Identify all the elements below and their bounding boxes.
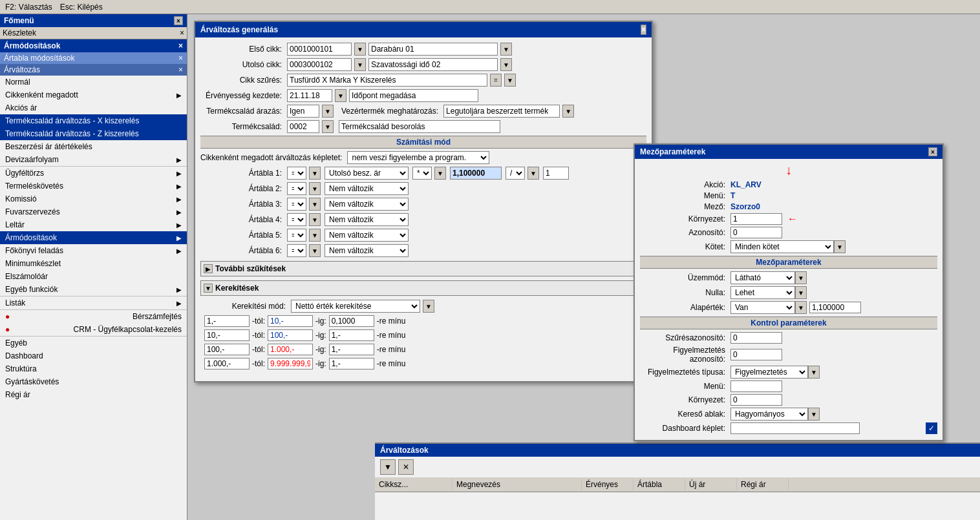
elso-cikk-name-dropdown[interactable]: ▼ xyxy=(500,43,512,56)
artabla4-value[interactable]: Nem változik xyxy=(325,213,409,226)
alapertek-input[interactable] xyxy=(809,302,861,313)
uzemmod-select[interactable]: Látható xyxy=(730,271,795,284)
menu-crm[interactable]: ● CRM - Ügyfélkapcsolat-kezelés xyxy=(0,323,187,336)
artabla6-op[interactable]: = xyxy=(287,244,306,257)
utolso-cikk-name-input[interactable] xyxy=(368,58,498,71)
vezertermek-dropdown[interactable]: ▼ xyxy=(562,105,574,118)
dashboard-input[interactable] xyxy=(730,422,860,434)
keresoablak-dropdown[interactable]: ▼ xyxy=(808,408,820,421)
menu-dashboard[interactable]: Dashboard xyxy=(0,349,187,362)
menu-egyeb-funk[interactable]: Egyéb funkciók ▶ xyxy=(0,283,187,296)
armodositasok-close-button[interactable]: × xyxy=(178,41,183,50)
kornyezet-param-input[interactable] xyxy=(730,213,782,225)
utolso-cikk-name-dropdown[interactable]: ▼ xyxy=(500,58,512,71)
termekcsalad-arazas-input[interactable] xyxy=(287,105,319,118)
termekcsalad-name-input[interactable] xyxy=(339,120,500,133)
shortcut-f2[interactable]: F2: Választás xyxy=(5,3,52,12)
azonosito-input[interactable] xyxy=(730,227,782,238)
toolbar-filter-btn[interactable]: ▼ xyxy=(380,459,396,475)
artabla1-mult-op[interactable]: * xyxy=(412,167,432,180)
artabla1-number[interactable] xyxy=(450,167,502,180)
artabla3-op[interactable]: = xyxy=(287,198,306,211)
artabla1-op[interactable]: = xyxy=(287,167,306,180)
artabla4-dropdown[interactable]: ▼ xyxy=(309,213,321,226)
ker-to-1[interactable] xyxy=(268,315,313,327)
menu-fokonyv[interactable]: Főkönyvi feladás ▶ xyxy=(0,244,187,257)
artabla2-value[interactable]: Nem változik xyxy=(325,182,409,195)
figyelmezetes-az-input[interactable] xyxy=(730,349,782,360)
shortcut-esc[interactable]: Esc: Kilépés xyxy=(60,3,103,12)
dashboard-confirm-btn[interactable]: ✓ xyxy=(926,422,937,434)
nulla-dropdown[interactable]: ▼ xyxy=(795,286,807,299)
ker-from-2[interactable] xyxy=(204,329,250,341)
menu-cikkkent[interactable]: Cikkenként megadott ▶ xyxy=(0,88,187,101)
uzemmod-dropdown[interactable]: ▼ xyxy=(795,271,807,284)
artabla1-mult-dropdown[interactable]: ▼ xyxy=(434,167,446,180)
menu-termekcsalad-x[interactable]: Termékcsalád árváltozás - X kiszerelés xyxy=(0,114,187,127)
menu-ugyfeltozs[interactable]: Ügyféltörzs ▶ xyxy=(0,167,187,180)
elso-cikk-input[interactable] xyxy=(287,43,352,56)
artabla6-dropdown[interactable]: ▼ xyxy=(309,244,321,257)
cikk-szures-dropdown[interactable]: = xyxy=(490,74,502,87)
artabla4-op[interactable]: = xyxy=(287,213,306,226)
elso-cikk-dropdown[interactable]: ▼ xyxy=(354,43,366,56)
artabla3-value[interactable]: Nem változik xyxy=(325,198,409,211)
kerekitesi-mod-dropdown[interactable]: ▼ xyxy=(423,300,434,313)
kerekitesek-section-header[interactable]: ▼ Kerekítések xyxy=(200,280,646,296)
menu-akcios[interactable]: Akciós ár xyxy=(0,101,187,114)
artabla5-value[interactable]: Nem változik xyxy=(325,229,409,242)
kotet-dropdown[interactable]: ▼ xyxy=(834,240,846,253)
kontrol-kornyezet-input[interactable] xyxy=(730,394,782,406)
menu-termeles[interactable]: Termeléskövetés ▶ xyxy=(0,180,187,192)
ker-from-4[interactable] xyxy=(204,358,250,369)
ker-val-2[interactable] xyxy=(329,329,374,341)
keszletek-close-button[interactable]: × xyxy=(180,28,184,37)
kotet-select[interactable]: Minden kötet xyxy=(730,240,834,253)
vezertermek-input[interactable] xyxy=(443,105,560,118)
arvaltozas-dialog-close[interactable]: × xyxy=(641,25,646,35)
menu-komisio[interactable]: Komissió ▶ xyxy=(0,192,187,205)
menu-leltar[interactable]: Leltár ▶ xyxy=(0,218,187,231)
cikk-szures-input[interactable] xyxy=(287,74,487,87)
figyelmezetes-tip-dropdown[interactable]: ▼ xyxy=(808,366,820,379)
menu-struktura[interactable]: Struktúra xyxy=(0,362,187,375)
menu-termekcsalad-z[interactable]: Termékcsalád árváltozás - Z kiszerelés xyxy=(0,127,187,140)
tovabbi-collapse-btn[interactable]: ▶ xyxy=(204,264,213,273)
artabla-close-button[interactable]: × xyxy=(178,54,183,63)
menu-minimum[interactable]: Minimumkészlet xyxy=(0,257,187,270)
keplet-select[interactable]: nem veszi figyelembe a program. xyxy=(347,151,489,164)
menu-berszam[interactable]: ● Bérszámfejtés xyxy=(0,310,187,323)
ker-val-4[interactable] xyxy=(329,358,374,369)
alapertek-dropdown[interactable]: ▼ xyxy=(795,301,807,314)
menu-gyartas[interactable]: Gyártáskövetés xyxy=(0,375,187,388)
artabla1-div-num[interactable] xyxy=(543,167,569,180)
menu-regi-ar[interactable]: Régi ár xyxy=(0,388,187,401)
ker-to-2[interactable] xyxy=(268,329,313,341)
elso-cikk-name-input[interactable] xyxy=(368,43,498,56)
ker-to-4[interactable] xyxy=(268,358,313,369)
artabla2-op[interactable]: = xyxy=(287,182,306,195)
artabla5-dropdown[interactable]: ▼ xyxy=(309,229,321,242)
termekcsalad-input[interactable] xyxy=(287,120,319,133)
menu-armodositasok[interactable]: Ármódosítások ▶ xyxy=(0,231,187,244)
menu-deviza[interactable]: Devizaárfolyam ▶ xyxy=(0,153,187,166)
ker-from-1[interactable] xyxy=(204,315,250,327)
artabla1-div-dropdown[interactable]: ▼ xyxy=(527,167,539,180)
fomenu-close-button[interactable]: × xyxy=(174,16,183,25)
mezoparameters-close-btn[interactable]: × xyxy=(928,147,937,156)
utolso-cikk-dropdown[interactable]: ▼ xyxy=(354,58,366,71)
alapertek-select[interactable]: Van xyxy=(730,301,795,314)
artabla2-dropdown[interactable]: ▼ xyxy=(309,182,321,195)
arvaltozas-close-button[interactable]: × xyxy=(178,65,183,74)
nulla-select[interactable]: Lehet xyxy=(730,286,795,299)
szures-input[interactable] xyxy=(730,332,782,344)
ker-from-3[interactable] xyxy=(204,344,250,355)
artabla3-dropdown[interactable]: ▼ xyxy=(309,198,321,211)
menu-listak[interactable]: Listák ▶ xyxy=(0,296,187,309)
toolbar-clear-btn[interactable]: ✕ xyxy=(398,459,414,475)
tovabbi-szukitesek-section[interactable]: ▶ További szűkítések xyxy=(200,261,646,276)
ervenyesseg-input[interactable] xyxy=(287,89,332,102)
menu-normal[interactable]: Normál xyxy=(0,76,187,88)
ervenyesseg-dropdown[interactable]: ▼ xyxy=(335,89,346,102)
figyelmezetes-tip-select[interactable]: Figyelmeztetés xyxy=(730,366,808,379)
